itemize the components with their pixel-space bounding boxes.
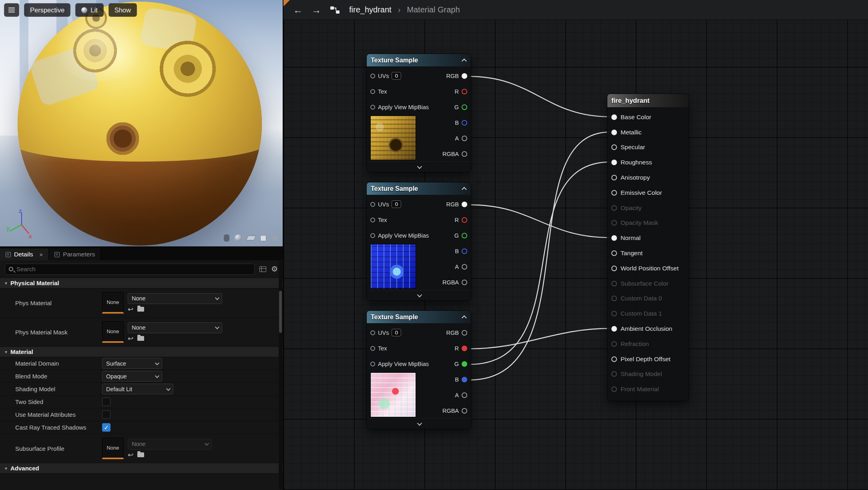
pin-circle[interactable] xyxy=(611,114,617,120)
settings-gear-icon[interactable]: ⚙ xyxy=(271,265,278,273)
texture-output-pin[interactable]: RGBA xyxy=(436,403,471,418)
two-sided-checkbox[interactable] xyxy=(102,398,111,406)
preview-mesh-cylinder-button[interactable] xyxy=(224,234,229,242)
pin-circle[interactable] xyxy=(611,235,617,241)
pin-circle[interactable] xyxy=(611,266,617,271)
material-input-pin[interactable]: Base Color xyxy=(607,110,689,125)
pin-circle[interactable] xyxy=(462,104,467,110)
pin-circle[interactable] xyxy=(462,392,467,398)
node-header[interactable]: Texture Sample xyxy=(367,311,471,323)
pin-circle[interactable] xyxy=(462,120,467,126)
pin-circle[interactable] xyxy=(370,202,375,207)
phys-material-mask-dropdown[interactable]: None xyxy=(128,322,222,333)
pin-circle[interactable] xyxy=(370,89,375,94)
pin-circle[interactable] xyxy=(611,144,617,150)
pin-circle[interactable] xyxy=(611,190,617,196)
pin-circle[interactable] xyxy=(611,356,617,362)
pin-circle[interactable] xyxy=(370,74,375,78)
shading-model-dropdown[interactable]: Default Lit xyxy=(102,384,173,394)
expand-node-button[interactable] xyxy=(367,290,471,300)
browse-asset-icon[interactable] xyxy=(137,336,144,341)
section-material[interactable]: ▾ Material xyxy=(0,347,283,357)
pin-circle[interactable] xyxy=(462,136,467,141)
material-input-pin[interactable]: Emissive Color xyxy=(607,185,689,200)
pin-circle[interactable] xyxy=(370,218,375,222)
pin-circle[interactable] xyxy=(462,377,467,382)
material-input-pin[interactable]: Front Material xyxy=(607,382,689,397)
preview-mesh-cube-button[interactable] xyxy=(260,235,266,241)
tex-input-pin[interactable]: Tex xyxy=(367,212,436,228)
tex-input-pin[interactable]: Tex xyxy=(367,340,436,356)
pin-circle[interactable] xyxy=(462,248,467,254)
tex-input-pin[interactable]: Tex xyxy=(367,84,436,99)
pin-circle[interactable] xyxy=(462,89,467,94)
material-input-pin[interactable]: Custom Data 0 xyxy=(607,291,689,306)
use-selected-asset-icon[interactable]: ↩ xyxy=(128,335,133,342)
material-input-pin[interactable]: Subsurface Color xyxy=(607,276,689,291)
use-material-attributes-checkbox[interactable] xyxy=(102,410,111,419)
material-input-pin[interactable]: Tangent xyxy=(607,246,689,261)
texture-output-pin[interactable]: G xyxy=(436,228,471,243)
pin-circle[interactable] xyxy=(370,330,375,335)
search-box[interactable] xyxy=(5,264,255,275)
texture-output-pin[interactable]: RGB xyxy=(436,68,471,84)
back-button[interactable]: ← xyxy=(293,5,303,15)
texture-output-pin[interactable]: R xyxy=(436,340,471,356)
forward-button[interactable]: → xyxy=(311,5,321,15)
pin-circle[interactable] xyxy=(611,341,617,347)
node-header[interactable]: Texture Sample xyxy=(367,182,471,195)
texture-output-pin[interactable]: R xyxy=(436,84,471,99)
material-input-pin[interactable]: Shading Model xyxy=(607,367,689,382)
pin-circle[interactable] xyxy=(462,330,467,336)
tab-details[interactable]: Details × xyxy=(0,248,49,260)
node-header[interactable]: Texture Sample xyxy=(367,54,471,66)
material-input-pin[interactable]: Custom Data 1 xyxy=(607,306,689,321)
material-input-pin[interactable]: Anisotropy xyxy=(607,170,689,185)
browse-asset-icon[interactable] xyxy=(137,452,144,457)
pin-circle[interactable] xyxy=(462,151,467,157)
uvs-value-field[interactable]: 0 xyxy=(392,329,401,336)
mipbias-input-pin[interactable]: Apply View MipBias xyxy=(367,228,436,243)
mipbias-input-pin[interactable]: Apply View MipBias xyxy=(367,99,436,115)
cast-ray-traced-shadows-checkbox[interactable] xyxy=(102,423,111,432)
texture-output-pin[interactable]: G xyxy=(436,356,471,372)
details-scrollbar[interactable] xyxy=(279,261,282,489)
pin-circle[interactable] xyxy=(611,311,617,316)
section-advanced[interactable]: ▾ Advanced xyxy=(0,463,283,474)
texture-output-pin[interactable]: RGB xyxy=(436,325,471,340)
use-selected-asset-icon[interactable]: ↩ xyxy=(128,452,133,458)
perspective-button[interactable]: Perspective xyxy=(24,3,70,17)
material-graph-panel[interactable]: ← → fire_hydrant › Material Graph Textur… xyxy=(283,0,868,490)
texture-sample-node-2[interactable]: Texture Sample UVs 0 Tex Apply View MipB… xyxy=(366,182,471,301)
browse-asset-icon[interactable] xyxy=(137,307,144,312)
texture-sample-node-3[interactable]: Texture Sample UVs 0 Tex Apply View MipB… xyxy=(366,310,471,429)
tab-parameters[interactable]: Parameters xyxy=(49,248,101,260)
pin-circle[interactable] xyxy=(462,217,467,223)
pin-circle[interactable] xyxy=(611,220,617,226)
material-input-pin[interactable]: Normal xyxy=(607,230,689,246)
uvs-input-pin[interactable]: UVs 0 xyxy=(367,325,436,340)
blend-mode-dropdown[interactable]: Opaque xyxy=(102,371,162,382)
pin-circle[interactable] xyxy=(370,105,375,110)
scrollbar-thumb[interactable] xyxy=(279,291,282,333)
material-input-pin[interactable]: Ambient Occlusion xyxy=(607,321,689,336)
preview-mesh-plane-button[interactable] xyxy=(246,236,256,240)
material-input-pin[interactable]: Refraction xyxy=(607,336,689,352)
pin-circle[interactable] xyxy=(370,362,375,366)
material-input-pin[interactable]: Specular xyxy=(607,140,689,155)
use-selected-asset-icon[interactable]: ↩ xyxy=(128,306,133,313)
pin-circle[interactable] xyxy=(611,386,617,392)
preview-mesh-sphere-button[interactable] xyxy=(235,234,242,242)
pin-circle[interactable] xyxy=(611,371,617,377)
material-domain-dropdown[interactable]: Surface xyxy=(102,358,162,369)
close-icon[interactable]: × xyxy=(39,251,43,258)
phys-material-dropdown[interactable]: None xyxy=(128,293,222,304)
pin-circle[interactable] xyxy=(462,264,467,270)
display-filter-icon[interactable] xyxy=(259,266,266,272)
preview-mesh-teapot-button[interactable] xyxy=(271,236,279,241)
pin-circle[interactable] xyxy=(462,73,467,79)
uvs-value-field[interactable]: 0 xyxy=(392,72,401,80)
texture-output-pin[interactable]: B xyxy=(436,243,471,259)
subsurface-profile-dropdown[interactable]: None xyxy=(128,439,212,450)
texture-output-pin[interactable]: A xyxy=(436,130,471,146)
